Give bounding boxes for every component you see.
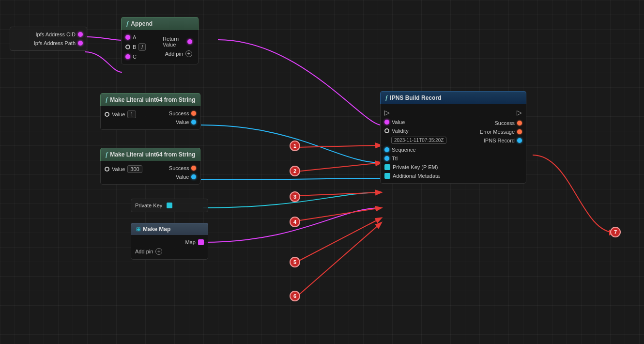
lit1-value-out-label: Value bbox=[176, 119, 189, 125]
append-body: A B / C Return Value Add pin bbox=[121, 30, 199, 64]
literal1-header: f Make Literal uint64 from String bbox=[100, 93, 200, 106]
append-b-value[interactable]: / bbox=[138, 43, 146, 51]
ipns-privatekey-row: Private Key (P EM) bbox=[381, 163, 450, 172]
ipfs-path-pin[interactable] bbox=[78, 41, 83, 46]
ipns-validity-value[interactable]: 2023-11-11T07:35:20Z bbox=[391, 137, 446, 144]
private-key-body: Private Key bbox=[131, 199, 208, 212]
badge-2: 2 bbox=[290, 166, 300, 176]
ipns-value-pin[interactable] bbox=[384, 120, 389, 125]
append-title: Append bbox=[131, 20, 153, 27]
lit1-success-label: Success bbox=[169, 110, 189, 116]
ipns-success-pin[interactable] bbox=[517, 121, 522, 125]
append-return-row: Return Value bbox=[159, 34, 196, 49]
ipns-inputs: Value Validity 2023-11-11T07:35:20Z Sequ… bbox=[381, 118, 450, 180]
badge-5: 5 bbox=[290, 257, 300, 267]
make-map-addpin-icon[interactable]: + bbox=[155, 248, 162, 255]
lit1-success-row: Success bbox=[165, 109, 200, 118]
ipns-metadata-pin[interactable] bbox=[384, 173, 390, 179]
lit2-value-box[interactable]: 300 bbox=[127, 165, 142, 173]
lit1-success-pin[interactable] bbox=[191, 111, 196, 116]
ipfs-cid-label: Ipfs Address CID bbox=[35, 31, 76, 37]
lit1-value-out-row: Value bbox=[165, 118, 200, 126]
make-map-addpin-label: Add pin bbox=[135, 249, 153, 254]
badge-1: 1 bbox=[290, 141, 300, 151]
append-a-pin[interactable] bbox=[125, 35, 130, 40]
lit1-value-in-row: Value 1 bbox=[101, 109, 140, 120]
append-addpin-label: Add pin bbox=[165, 51, 183, 57]
ipns-title: IPNS Build Record bbox=[390, 94, 441, 101]
literal1-node: f Make Literal uint64 from String Value … bbox=[100, 93, 200, 130]
private-key-pin[interactable] bbox=[167, 203, 172, 208]
append-addpin-row[interactable]: Add pin + bbox=[161, 49, 196, 59]
append-return-pin[interactable] bbox=[187, 39, 192, 44]
ipns-exec-in[interactable]: ▷ bbox=[384, 109, 390, 116]
ipns-ttl-row: Ttl bbox=[381, 154, 450, 163]
append-return-label: Return Value bbox=[163, 36, 185, 47]
append-addpin-icon[interactable]: + bbox=[185, 50, 192, 57]
append-node: f Append A B / C R bbox=[121, 17, 199, 64]
ipns-sequence-label: Sequence bbox=[392, 147, 416, 153]
ipns-outputs: Success Error Message IPNS Record bbox=[476, 118, 526, 180]
make-map-map-pin[interactable] bbox=[198, 239, 204, 245]
lit1-value-box[interactable]: 1 bbox=[127, 110, 136, 118]
ipns-validity-pin[interactable] bbox=[384, 128, 389, 133]
literal2-title: Make Literal uint64 from String bbox=[110, 151, 195, 158]
make-map-body: Map Add pin + bbox=[131, 235, 208, 260]
lit2-value-in-pin[interactable] bbox=[105, 167, 109, 172]
append-b-pin[interactable] bbox=[125, 45, 130, 49]
literal1-title: Make Literal uint64 from String bbox=[110, 96, 195, 103]
private-key-label: Private Key bbox=[135, 203, 162, 208]
lit2-success-pin[interactable] bbox=[191, 166, 196, 171]
badge-4: 4 bbox=[290, 217, 300, 227]
ipns-validity-label: Validity bbox=[392, 128, 409, 134]
svg-line-1 bbox=[296, 163, 381, 172]
make-map-icon: ⊞ bbox=[136, 226, 140, 233]
ipns-errormsg-row: Error Message bbox=[476, 127, 526, 136]
ipns-validity-row: Validity bbox=[381, 126, 450, 135]
make-map-addpin-row[interactable]: Add pin + bbox=[131, 247, 208, 256]
ipns-sequence-row: Sequence bbox=[381, 145, 450, 154]
svg-line-5 bbox=[296, 223, 381, 297]
svg-line-3 bbox=[296, 208, 381, 221]
lit1-value-out-pin[interactable] bbox=[191, 120, 196, 125]
ipns-ttl-label: Ttl bbox=[392, 156, 398, 161]
badge-7: 7 bbox=[610, 227, 621, 237]
ipns-build-record-node: f IPNS Build Record ▷ ▷ Value Validity 2… bbox=[380, 91, 526, 184]
f-icon-lit1: f bbox=[106, 96, 107, 104]
ipfs-cid-pin[interactable] bbox=[78, 32, 83, 37]
private-key-node: Private Key bbox=[131, 199, 208, 212]
f-icon-ipns: f bbox=[385, 94, 387, 102]
ipns-record-pin[interactable] bbox=[517, 138, 522, 143]
lit2-value-out-pin[interactable] bbox=[191, 174, 196, 179]
ipns-body: ▷ ▷ Value Validity 2023-11-11T07:35:20Z bbox=[380, 104, 526, 184]
append-c-label: C bbox=[133, 54, 137, 60]
lit2-value-in-row: Value 300 bbox=[101, 164, 146, 174]
ipns-header: f IPNS Build Record bbox=[380, 91, 526, 104]
ipns-value-label: Value bbox=[392, 119, 405, 125]
ipns-sequence-pin[interactable] bbox=[384, 147, 389, 152]
append-b-row: B / bbox=[122, 42, 159, 52]
make-map-title: Make Map bbox=[143, 226, 170, 233]
append-a-row: A bbox=[122, 33, 159, 42]
ipns-record-row: IPNS Record bbox=[480, 136, 526, 145]
private-key-row: Private Key bbox=[131, 201, 208, 210]
make-map-header: ⊞ Make Map bbox=[131, 223, 208, 235]
ipns-value-row: Value bbox=[381, 118, 450, 126]
ipns-success-label: Success bbox=[494, 120, 515, 126]
ipns-metadata-label: Additional Metadata bbox=[393, 173, 440, 179]
literal2-header: f Make Literal uint64 from String bbox=[100, 148, 200, 161]
lit2-success-row: Success bbox=[165, 164, 200, 172]
lit1-value-in-pin[interactable] bbox=[105, 112, 109, 117]
ipns-errormsg-pin[interactable] bbox=[517, 129, 522, 134]
append-header: f Append bbox=[121, 17, 199, 30]
badge-6: 6 bbox=[290, 291, 300, 301]
make-map-map-row: Map bbox=[131, 238, 208, 247]
ipns-metadata-row: Additional Metadata bbox=[381, 172, 450, 180]
ipns-exec-out[interactable]: ▷ bbox=[517, 109, 522, 116]
ipns-ttl-pin[interactable] bbox=[384, 156, 389, 161]
badge-3: 3 bbox=[290, 191, 300, 202]
ipns-privatekey-pin[interactable] bbox=[384, 164, 390, 170]
ipfs-path-row: Ipfs Address Path bbox=[10, 39, 87, 47]
ipfs-path-label: Ipfs Address Path bbox=[34, 40, 76, 46]
append-c-pin[interactable] bbox=[125, 54, 130, 59]
